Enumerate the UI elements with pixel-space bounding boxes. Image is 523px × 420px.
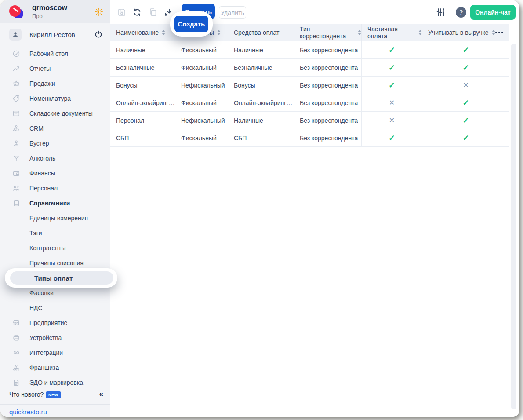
- sidebar-item-складские-документы[interactable]: Складские документы: [0, 106, 110, 121]
- create-coachmark: Создать: [170, 11, 213, 37]
- ellipsis-icon[interactable]: [495, 32, 503, 33]
- column-header-6[interactable]: Учитывать в выручке: [422, 24, 509, 41]
- filter-columns-icon[interactable]: [436, 7, 445, 17]
- finance-icon: [12, 169, 20, 177]
- sidebar-item-label: Фасовки: [29, 289, 54, 296]
- table-cell: Без корреспондента: [294, 59, 362, 76]
- refresh-icon[interactable]: [132, 7, 142, 17]
- sidebar-item-финансы[interactable]: Финансы: [0, 166, 110, 181]
- sidebar-item-справочники[interactable]: Справочники: [0, 196, 110, 211]
- sidebar-item-эдо-и-маркировка[interactable]: ЭДО и маркировка: [0, 375, 110, 390]
- table-cell: СБП: [110, 129, 175, 146]
- sidebar-item-продажи[interactable]: Продажи: [0, 76, 110, 91]
- table-cell: Без корреспондента: [294, 77, 362, 94]
- sidebar-item-номенклатура[interactable]: Номенклатура: [0, 91, 110, 106]
- check-icon: ✓: [422, 112, 509, 129]
- check-icon: ✓: [362, 59, 422, 76]
- main-area: Создать Удалить ? Онлайн-чат Наименовани…: [110, 0, 519, 417]
- table-row[interactable]: НаличныеФискальныйНаличныеБез корреспонд…: [110, 41, 509, 59]
- sidebar-item-label: Единицы измерения: [29, 215, 88, 222]
- table-cell: Персонал: [110, 112, 175, 129]
- sidebar-item-фасовки[interactable]: Фасовки: [0, 285, 110, 300]
- sidebar-footer: Что нового? NEW « quickresto.ru: [0, 390, 110, 417]
- edo-icon: [12, 379, 20, 387]
- sidebar-nav: Рабочий столОтчетыПродажиНоменклатураСкл…: [0, 46, 110, 390]
- sidebar-item-устройства[interactable]: Устройства: [0, 330, 110, 345]
- column-label: Средства оплат: [234, 29, 279, 36]
- sort-icon[interactable]: [492, 30, 495, 35]
- table-row[interactable]: БезналичныеФискальныйБезналичныеБез корр…: [110, 59, 509, 77]
- table-cell: Безналичные: [110, 59, 175, 76]
- help-button[interactable]: ?: [456, 7, 466, 18]
- column-label: Учитывать в выручке: [428, 29, 489, 36]
- collapse-sidebar-icon[interactable]: «: [99, 390, 103, 398]
- sidebar-item-типы-оплат[interactable]: Типы оплат: [0, 270, 110, 285]
- delete-button[interactable]: Удалить: [219, 6, 246, 19]
- sidebar-item-label: Тэги: [29, 230, 42, 237]
- sidebar-item-crm[interactable]: CRM: [0, 121, 110, 136]
- logout-power-icon[interactable]: [94, 30, 103, 39]
- sidebar-item-бустер[interactable]: Бустер: [0, 136, 110, 151]
- booster-icon: [12, 139, 20, 147]
- sidebar-item-франшиза[interactable]: Франшиза: [0, 360, 110, 375]
- import-icon[interactable]: [163, 7, 173, 17]
- table-cell: Без корреспондента: [294, 41, 362, 58]
- sidebar: qrmoscow Про Кирилл Рестов Рабочий столО…: [0, 0, 110, 417]
- whats-new-row[interactable]: Что нового? NEW «: [0, 390, 110, 401]
- sidebar-item-рабочий-стол[interactable]: Рабочий стол: [0, 46, 110, 61]
- sidebar-item-тэги[interactable]: Тэги: [0, 226, 110, 241]
- sort-icon[interactable]: [418, 30, 422, 35]
- integrations-icon: [12, 349, 20, 357]
- table-cell: Безналичные: [228, 59, 294, 76]
- column-label: Тип корреспондента: [300, 26, 355, 40]
- quickresto-logo-icon: [9, 5, 23, 18]
- sidebar-item-интеграции[interactable]: Интеграции: [0, 345, 110, 360]
- theme-toggle-sun-icon[interactable]: [94, 7, 104, 17]
- table-cell: Фискальный: [175, 129, 228, 146]
- sort-icon[interactable]: [162, 30, 165, 35]
- table-cell: Фискальный: [175, 59, 228, 76]
- table-row[interactable]: БонусыНефискальныйБонусыБез корреспонден…: [110, 77, 509, 94]
- payment-types-spotlight: Типы оплат: [5, 268, 117, 288]
- nomenclature-icon: [12, 95, 20, 102]
- sidebar-item-предприятие[interactable]: Предприятие: [0, 315, 110, 330]
- sidebar-item-персонал[interactable]: Персонал: [0, 181, 110, 196]
- sort-icon[interactable]: [217, 30, 221, 35]
- devices-icon: [12, 334, 20, 342]
- column-header-1[interactable]: Наименование: [110, 24, 175, 41]
- sidebar-item-единицы-измерения[interactable]: Единицы измерения: [0, 211, 110, 226]
- sidebar-item-label: Устройства: [29, 334, 62, 341]
- save-icon[interactable]: [117, 7, 127, 17]
- check-icon: ✓: [362, 129, 422, 146]
- app-window: qrmoscow Про Кирилл Рестов Рабочий столО…: [0, 0, 519, 417]
- sidebar-item-label: Причины списания: [29, 259, 84, 267]
- copy-icon[interactable]: [148, 7, 158, 17]
- sidebar-item-label: Персонал: [29, 185, 58, 192]
- sidebar-item-контрагенты[interactable]: Контрагенты: [0, 241, 110, 256]
- vertical-scrollbar[interactable]: [511, 44, 516, 409]
- table-cell: Без корреспондента: [294, 94, 362, 111]
- sort-icon[interactable]: [358, 30, 361, 35]
- cross-icon: ✕: [362, 112, 422, 129]
- table-row[interactable]: Онлайн-эквайринг…ФискальныйОнлайн-эквайр…: [110, 94, 509, 112]
- sidebar-item-алкоголь[interactable]: Алкоголь: [0, 151, 110, 166]
- user-row[interactable]: Кирилл Рестов: [0, 23, 110, 46]
- create-button-highlighted[interactable]: Создать: [174, 16, 208, 32]
- sidebar-item-отчеты[interactable]: Отчеты: [0, 61, 110, 76]
- sidebar-item-label: CRM: [29, 125, 44, 132]
- table-row[interactable]: ПерсоналНефискальныйНаличныеБез корреспо…: [110, 112, 509, 129]
- sidebar-item-label: Отчеты: [29, 65, 51, 72]
- table-row[interactable]: СБПФискальныйСБПБез корреспондента✓✓: [110, 129, 509, 147]
- sidebar-item-label: Алкоголь: [29, 155, 55, 162]
- sidebar-item-label: Номенклатура: [29, 95, 71, 102]
- column-header-4[interactable]: Тип корреспондента: [294, 24, 362, 41]
- column-header-5[interactable]: Частичная оплата: [362, 24, 422, 41]
- sidebar-item-label: Продажи: [29, 80, 55, 87]
- table-cell: СБП: [228, 129, 294, 146]
- sidebar-item-label: Предприятие: [29, 319, 67, 326]
- online-chat-button[interactable]: Онлайн-чат: [470, 5, 516, 20]
- quickresto-link[interactable]: quickresto.ru: [9, 408, 47, 416]
- sidebar-item-ндс[interactable]: НДС: [0, 300, 110, 315]
- sidebar-item-payment-types-highlighted[interactable]: Типы оплат: [10, 271, 113, 285]
- check-icon: ✓: [362, 77, 422, 94]
